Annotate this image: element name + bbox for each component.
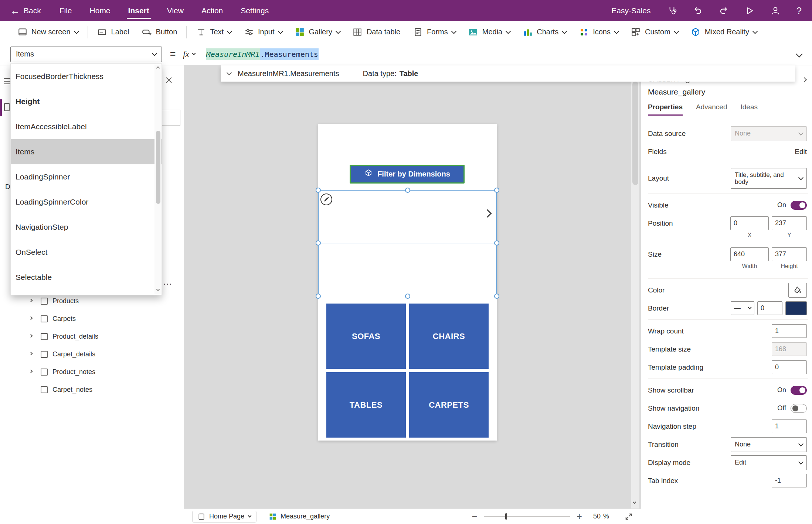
property-selector[interactable]: Items — [10, 47, 162, 62]
selection-handle-top-mid[interactable] — [405, 188, 410, 193]
gallery-next-chevron-icon[interactable] — [483, 209, 492, 218]
template-size-input[interactable] — [772, 342, 807, 356]
fields-edit-link[interactable]: Edit — [795, 148, 807, 156]
chevron-right-icon[interactable] — [30, 336, 38, 337]
back-button[interactable]: ← Back — [10, 6, 41, 16]
border-width-input[interactable] — [757, 301, 782, 315]
canvas-scrollbar-thumb[interactable] — [632, 82, 638, 185]
tile-chairs[interactable]: CHAIRS — [409, 304, 489, 369]
ribbon-forms[interactable]: Forms — [407, 21, 462, 43]
gallery-selection[interactable] — [318, 190, 497, 296]
selection-handle-bottom-left[interactable] — [316, 294, 321, 299]
dropdown-item-itemaccessiblelabel[interactable]: ItemAccessibleLabel — [11, 114, 162, 139]
tile-carpets[interactable]: CARPETS — [409, 372, 489, 438]
tree-item-carpets[interactable]: Carpets — [0, 310, 184, 328]
selection-handle-mid-right[interactable] — [494, 240, 499, 246]
screen-canvas[interactable]: Filter by Dimensions SOFAS CHAIRS TABLES — [318, 124, 497, 441]
tree-item-carpet-details[interactable]: Carpet_details — [0, 345, 184, 363]
border-style-select[interactable]: — — [731, 301, 754, 315]
account-icon[interactable] — [771, 6, 780, 16]
chevron-right-icon[interactable] — [30, 318, 38, 319]
show-scrollbar-toggle[interactable] — [791, 386, 807, 395]
selection-handle-bottom-right[interactable] — [494, 294, 499, 299]
tab-advanced[interactable]: Advanced — [696, 103, 727, 116]
selection-handle-top-right[interactable] — [494, 188, 499, 193]
ribbon-text[interactable]: Text — [190, 21, 238, 43]
menu-action[interactable]: Action — [193, 0, 232, 21]
position-y-input[interactable] — [772, 216, 807, 230]
color-picker-button[interactable] — [788, 283, 807, 298]
dropdown-item-loadingspinner[interactable]: LoadingSpinner — [11, 164, 162, 189]
dropdown-item-selectable[interactable]: Selectable — [11, 265, 162, 290]
close-icon[interactable] — [164, 76, 174, 85]
zoom-in-button[interactable]: + — [577, 512, 582, 521]
dropdown-item-height[interactable]: Height — [11, 89, 162, 114]
edit-gallery-pencil-icon[interactable] — [320, 193, 332, 205]
selected-control-indicator[interactable]: Measure_gallery — [269, 513, 330, 520]
scroll-down-icon[interactable] — [633, 500, 636, 504]
display-mode-select[interactable]: Edit — [731, 455, 807, 470]
zoom-slider-thumb[interactable] — [505, 513, 507, 520]
ribbon-custom[interactable]: Custom — [625, 21, 684, 43]
formula-bar-expand-icon[interactable] — [796, 51, 802, 57]
chevron-right-icon[interactable] — [30, 354, 38, 355]
menu-settings[interactable]: Settings — [232, 0, 278, 21]
tree-view-rail-icon[interactable] — [4, 103, 10, 111]
tree-item-product-notes[interactable]: Product_notes — [0, 363, 184, 381]
size-width-input[interactable] — [730, 247, 769, 261]
border-color-swatch[interactable] — [785, 301, 807, 315]
ribbon-data-table[interactable]: Data table — [346, 21, 407, 43]
ribbon-new-screen[interactable]: New screen — [11, 21, 85, 43]
navigation-step-input[interactable] — [772, 419, 807, 433]
transition-select[interactable]: None — [731, 437, 807, 452]
canvas-scrollbar[interactable] — [631, 65, 639, 508]
tab-index-input[interactable] — [772, 474, 807, 487]
dropdown-scrollbar-thumb[interactable] — [156, 131, 160, 204]
ribbon-charts[interactable]: Charts — [516, 21, 573, 43]
position-x-input[interactable] — [730, 216, 769, 230]
ribbon-media[interactable]: Media — [462, 21, 516, 43]
dropdown-item-onselect[interactable]: OnSelect — [11, 240, 162, 265]
ribbon-button-control[interactable]: Button — [136, 21, 184, 43]
scroll-down-icon[interactable] — [156, 288, 160, 291]
wrap-count-input[interactable] — [772, 324, 807, 338]
scroll-up-icon[interactable] — [156, 66, 160, 70]
selection-handle-bottom-mid[interactable] — [405, 294, 410, 299]
redo-icon[interactable] — [719, 6, 728, 16]
size-height-input[interactable] — [772, 247, 807, 261]
tree-item-carpet-notes[interactable]: Carpet_notes — [0, 381, 184, 398]
ribbon-label-control[interactable]: Label — [91, 21, 136, 43]
data-source-select[interactable]: None — [731, 126, 807, 141]
dropdown-item-items[interactable]: Items — [11, 139, 162, 164]
tile-sofas[interactable]: SOFAS — [326, 304, 406, 369]
selection-handle-mid-left[interactable] — [316, 240, 321, 246]
menu-home[interactable]: Home — [81, 0, 119, 21]
menu-insert[interactable]: Insert — [119, 0, 158, 21]
ribbon-mixed-reality[interactable]: Mixed Reality — [684, 21, 763, 43]
play-preview-icon[interactable] — [745, 6, 754, 16]
tree-item-overflow-icon[interactable]: ⋯ — [163, 279, 173, 289]
tile-tables[interactable]: TABLES — [326, 372, 406, 438]
help-icon[interactable]: ? — [796, 6, 802, 16]
template-padding-input[interactable] — [772, 360, 807, 374]
hamburger-icon[interactable] — [4, 76, 11, 86]
zoom-out-button[interactable]: − — [472, 512, 478, 521]
ribbon-input[interactable]: Input — [238, 21, 288, 43]
chevron-right-icon[interactable] — [30, 371, 38, 373]
ribbon-gallery[interactable]: Gallery — [289, 21, 346, 43]
formula-input[interactable]: MeasureInMR1 .Measurements — [202, 43, 797, 65]
tree-item-product-details[interactable]: Product_details — [0, 328, 184, 345]
app-checker-icon[interactable] — [667, 6, 677, 16]
dropdown-item-focusedborderthickness[interactable]: FocusedBorderThickness — [11, 64, 162, 89]
tab-properties[interactable]: Properties — [648, 103, 683, 116]
ribbon-icons[interactable]: Icons — [573, 21, 625, 43]
dropdown-item-navigationstep[interactable]: NavigationStep — [11, 215, 162, 240]
fx-selector[interactable]: fx — [183, 49, 202, 59]
screen-selector[interactable]: Home Page — [192, 511, 256, 523]
formula-suggestion-row[interactable]: MeasureInMR1.Measurements Data type: Tab… — [221, 65, 795, 82]
chevron-right-icon[interactable] — [30, 301, 38, 302]
tab-ideas[interactable]: Ideas — [741, 103, 758, 116]
filter-by-dimensions-button[interactable]: Filter by Dimensions — [350, 165, 465, 184]
show-navigation-toggle[interactable] — [791, 404, 807, 413]
dropdown-item-loadingspinnercolor[interactable]: LoadingSpinnerColor — [11, 189, 162, 215]
